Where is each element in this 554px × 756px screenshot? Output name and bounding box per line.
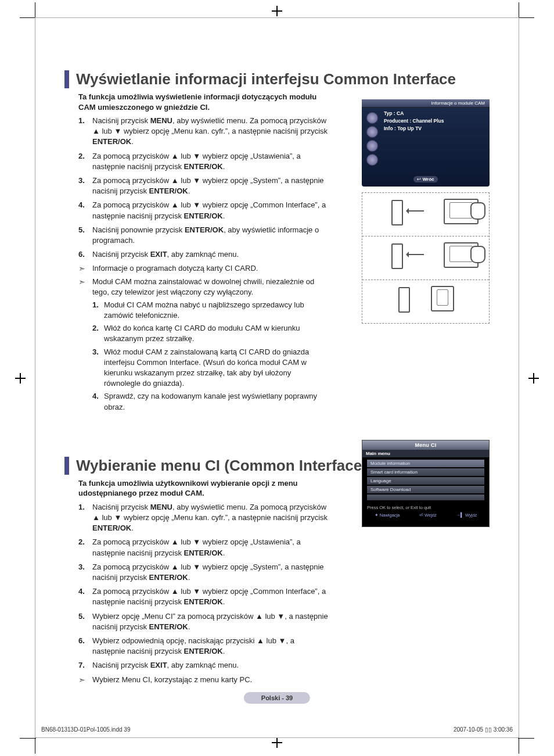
osd-content: Typ : CA Producent : Channel Plus Info :… xyxy=(384,110,444,132)
step-text: Naciśnij ponownie przycisk ENTER/OK, aby… xyxy=(92,225,319,245)
osd2-item: Smart card information xyxy=(367,468,484,476)
section1-steps: 1.Naciśnij przycisk MENU, aby wyświetlić… xyxy=(78,116,328,260)
crop-mark xyxy=(35,2,35,19)
step-text: Za pomocą przycisków ▲ lub ▼ wybierz opc… xyxy=(92,176,324,195)
ci-card-icon xyxy=(391,200,403,225)
page-number-pill: Polski - 39 xyxy=(244,692,310,704)
print-footer: BN68-01313D-01Pol-1005.indd 39 2007-10-0… xyxy=(35,726,519,733)
osd-nav-icon xyxy=(366,154,378,166)
osd2-hint: Press OK to select, or Exit to quit xyxy=(362,503,489,511)
step-text: Za pomocą przycisków ▲ lub ▼ wybierz opc… xyxy=(92,587,326,606)
step-text: Naciśnij przycisk EXIT, aby zamknąć menu… xyxy=(92,661,239,669)
step-text: Naciśnij przycisk EXIT, aby zamknąć menu… xyxy=(92,250,239,259)
print-file-name: BN68-01313D-01Pol-1005.indd 39 xyxy=(41,726,130,733)
page: Wyświetlanie informacji interfejsu Commo… xyxy=(35,17,519,738)
section1-lead: Ta funkcja umożliwia wyświetlenie inform… xyxy=(78,92,328,112)
substep-text: Włóż do końca kartę CI CARD do modułu CA… xyxy=(104,324,300,343)
crop-mark xyxy=(519,2,519,19)
osd2-nav-label: Nawigacja xyxy=(380,513,400,518)
step-text: Za pomocą przycisków ▲ lub ▼ wybierz opc… xyxy=(92,152,301,171)
diagram-row xyxy=(362,193,489,237)
section2-lead: Ta funkcja umożliwia użytkownikowi wybie… xyxy=(78,478,328,499)
osd2-item: Software Download xyxy=(367,486,484,493)
print-timestamp: 2007-10-05 ▯▯ 3:00:36 xyxy=(454,726,513,733)
arrow-left-icon xyxy=(406,210,424,212)
crop-mark xyxy=(518,738,534,739)
step-text: Za pomocą przycisków ▲ lub ▼ wybierz opc… xyxy=(92,562,324,582)
diagram-row xyxy=(362,280,489,323)
step-text: Wybierz odpowiednią opcję, naciskając pr… xyxy=(92,636,294,655)
osd-cam-info: Informacje o module CAM Typ : CA Produce… xyxy=(362,99,490,187)
section1-substeps: 1.Moduł CI CAM można nabyć u najbliższeg… xyxy=(92,300,328,413)
registration-mark-icon xyxy=(272,737,282,748)
exit-icon: →▍ xyxy=(456,513,464,518)
crop-mark xyxy=(20,738,36,739)
registration-mark-icon xyxy=(528,373,539,384)
section1-title: Wyświetlanie informacji interfejsu Commo… xyxy=(64,70,490,88)
section1-note2: Moduł CAM można zainstalować w dowolnej … xyxy=(78,277,328,413)
registration-mark-icon xyxy=(15,373,26,384)
osd-header: Informacje o module CAM xyxy=(362,99,490,108)
crop-mark xyxy=(35,737,35,754)
section2-steps: 1.Naciśnij przycisk MENU, aby wyświetlić… xyxy=(78,502,328,671)
ci-card-icon xyxy=(391,243,403,269)
osd2-item: Module information xyxy=(367,460,484,467)
osd-nav-icon xyxy=(366,126,378,138)
osd2-footer: ✦ Nawigacja ⏎ Wejdź →▍ Wyjdź xyxy=(362,511,489,519)
back-arrow-icon: ↩ xyxy=(417,177,421,182)
registration-mark-icon xyxy=(272,6,282,16)
enter-icon: ⏎ xyxy=(419,513,423,518)
crop-mark xyxy=(20,17,36,18)
osd-nav-icon xyxy=(366,140,378,152)
osd2-item xyxy=(367,495,484,500)
osd-line-producer: Producent : Channel Plus xyxy=(384,117,444,125)
arrow-left-icon xyxy=(406,254,424,255)
step-text: Za pomocą przycisków ▲ lub ▼ wybierz opc… xyxy=(92,538,301,557)
osd2-items: Module information Smart card informatio… xyxy=(362,457,489,503)
step-text: Naciśnij przycisk MENU, aby wyświetlić m… xyxy=(92,116,328,146)
substep-text: Moduł CI CAM można nabyć u najbliższego … xyxy=(104,300,304,320)
osd-back-label: Wróć xyxy=(423,177,434,182)
osd-ci-menu: Menu CI Main menu Module information Sma… xyxy=(362,440,490,527)
osd2-main-menu: Main menu xyxy=(362,450,489,457)
substep-text: Włóż moduł CAM z zainstalowaną kartą CI … xyxy=(104,347,309,388)
hand-icon xyxy=(470,202,485,220)
osd-line-info: Info : Top Up TV xyxy=(384,125,444,132)
osd-line-type: Typ : CA xyxy=(384,110,444,117)
section2-note: Wybierz Menu CI, korzystając z menu kart… xyxy=(78,675,479,685)
osd-sidebar-icons xyxy=(364,110,380,168)
step-text: Naciśnij przycisk MENU, aby wyświetlić m… xyxy=(92,503,328,532)
note-text: Moduł CAM można zainstalować w dowolnej … xyxy=(92,277,314,296)
install-diagrams xyxy=(362,192,490,324)
diagram-row xyxy=(362,237,489,280)
osd-nav-icon xyxy=(366,112,378,124)
crop-mark xyxy=(519,737,519,754)
osd-footer: ↩ Wróć xyxy=(362,177,490,182)
ci-card-icon xyxy=(398,287,410,313)
osd2-title: Menu CI xyxy=(362,440,489,450)
step-text: Za pomocą przycisków ▲ lub ▼ wybierz opc… xyxy=(92,200,326,220)
step-text: Wybierz opcję „Menu CI” za pomocą przyci… xyxy=(92,612,328,631)
osd2-enter-label: Wejdź xyxy=(425,513,437,518)
nav-icon: ✦ xyxy=(375,513,379,518)
osd2-exit-label: Wyjdź xyxy=(465,513,477,518)
substep-text: Sprawdź, czy na kodowanym kanale jest wy… xyxy=(104,392,317,411)
section1-note1: Informacje o programach dotyczą karty CI… xyxy=(78,263,328,274)
crop-mark xyxy=(518,17,534,18)
tv-slot-icon xyxy=(431,286,454,311)
osd2-item: Language xyxy=(367,477,484,485)
hand-icon xyxy=(470,246,485,263)
